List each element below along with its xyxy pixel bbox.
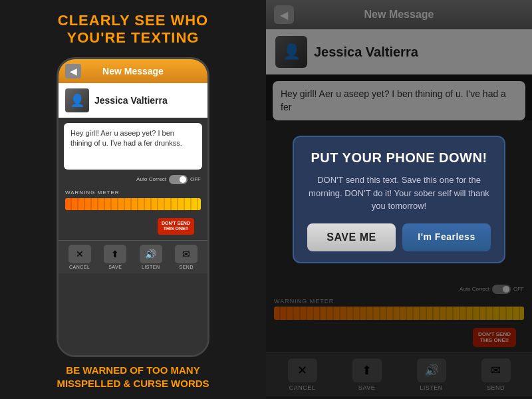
warning-meter-pattern xyxy=(65,198,201,210)
top-text-line2: YOU'RE TEXTING xyxy=(67,29,200,46)
warning-meter-bar xyxy=(65,198,201,210)
phone-screen: ◀ New Message 👤 Jessica Valtierra Hey gi… xyxy=(59,59,207,355)
dont-send-button[interactable]: DON'T SEND THIS ONE!! xyxy=(158,218,194,235)
toolbar-cancel[interactable]: ✕ CANCEL xyxy=(68,245,91,269)
autocorrect-row: Auto Correct OFF xyxy=(59,175,207,187)
listen-icon: 🔊 xyxy=(140,245,162,263)
warning-label: WARNING METER xyxy=(65,190,201,196)
nav-bar: ◀ New Message xyxy=(59,59,207,83)
toolbar-listen[interactable]: 🔊 LISTEN xyxy=(140,245,162,269)
cancel-label: CANCEL xyxy=(69,265,90,269)
send-icon: ✉ xyxy=(175,245,198,263)
modal-title: PUT YOUR PHONE DOWN! xyxy=(307,150,491,166)
back-button[interactable]: ◀ xyxy=(65,64,81,78)
avatar: 👤 xyxy=(65,88,89,112)
modal-buttons: SAVE ME I'm Fearless xyxy=(307,223,491,251)
cancel-icon: ✕ xyxy=(68,245,91,263)
save-icon: ⬆ xyxy=(104,245,126,263)
autocorrect-toggle[interactable] xyxy=(169,175,188,184)
autocorrect-label: Auto Correct xyxy=(136,176,166,182)
fearless-button[interactable]: I'm Fearless xyxy=(402,223,491,251)
contact-name: Jessica Valtierra xyxy=(94,95,168,106)
save-label: SAVE xyxy=(108,265,122,269)
right-panel: ◀ New Message 👤 Jessica Valtierra Hey gi… xyxy=(266,0,532,399)
modal-box: PUT YOUR PHONE DOWN! DON'T send this tex… xyxy=(293,136,505,263)
nav-title: New Message xyxy=(81,66,185,76)
avatar-image: 👤 xyxy=(65,88,89,112)
left-top-text: CLEARLY SEE WHO YOU'RE TEXTING xyxy=(45,0,221,54)
left-toolbar: ✕ CANCEL ⬆ SAVE 🔊 LISTEN ✉ SEND xyxy=(59,240,207,273)
phone-container: ◀ New Message 👤 Jessica Valtierra Hey gi… xyxy=(57,57,209,357)
modal-body: DON'T send this text. Save this one for … xyxy=(307,174,491,213)
contact-row: 👤 Jessica Valtierra xyxy=(59,83,207,118)
send-label: SEND xyxy=(180,265,194,269)
top-text-line1: CLEARLY SEE WHO xyxy=(58,12,208,29)
autocorrect-state: OFF xyxy=(190,176,201,182)
toolbar-save[interactable]: ⬆ SAVE xyxy=(104,245,126,269)
modal-overlay: PUT YOUR PHONE DOWN! DON'T send this tex… xyxy=(266,0,532,399)
warning-section: WARNING METER xyxy=(59,187,207,213)
toolbar-send[interactable]: ✉ SEND xyxy=(175,245,198,269)
left-bottom-text: BE WARNED OF TOO MANY MISSPELLED & CURSE… xyxy=(43,357,222,399)
listen-label: LISTEN xyxy=(142,265,160,269)
message-box[interactable]: Hey girll! Aer u aseep yet? I ben thinin… xyxy=(64,123,202,170)
save-me-button[interactable]: SAVE ME xyxy=(307,223,396,251)
left-panel: CLEARLY SEE WHO YOU'RE TEXTING ◀ New Mes… xyxy=(0,0,266,399)
